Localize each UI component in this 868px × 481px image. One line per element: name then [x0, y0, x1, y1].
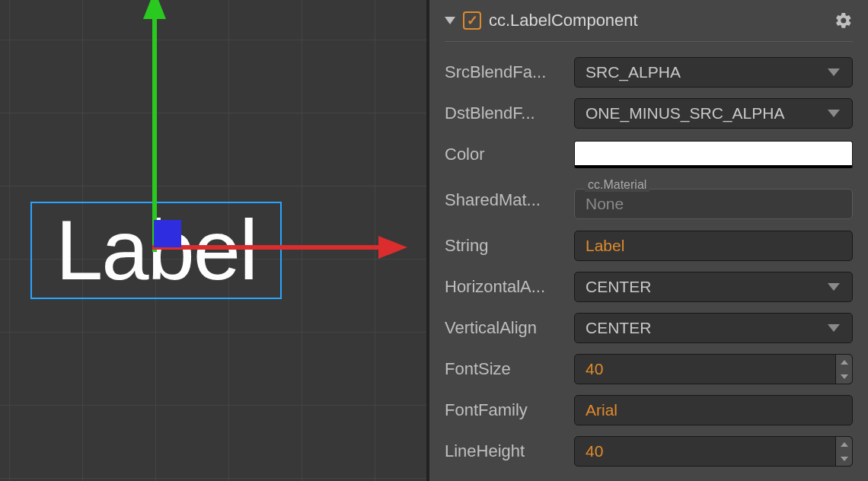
prop-label: FontSize — [445, 359, 574, 379]
input-value: 40 — [586, 442, 603, 460]
prop-string: String Label — [445, 229, 853, 263]
horizontal-align-select[interactable]: CENTER — [574, 272, 853, 302]
number-stepper[interactable] — [835, 437, 852, 466]
prop-label: HorizontalA... — [445, 277, 574, 297]
prop-label: FontFamily — [445, 400, 574, 420]
component-title: cc.LabelComponent — [489, 11, 827, 30]
prop-label: String — [445, 236, 574, 256]
line-height-input[interactable]: 40 — [574, 436, 853, 467]
vertical-align-select[interactable]: CENTER — [574, 313, 853, 343]
chevron-down-icon — [828, 283, 840, 291]
select-value: ONE_MINUS_SRC_ALPHA — [586, 104, 784, 123]
x-axis-handle[interactable] — [152, 245, 381, 250]
font-family-input[interactable]: Arial — [574, 395, 853, 425]
prop-label: VerticalAlign — [445, 318, 574, 338]
scene-viewport[interactable]: Label — [0, 0, 426, 481]
chevron-down-icon — [828, 110, 840, 117]
prop-shared-material: SharedMat... cc.Material None — [445, 179, 853, 221]
prop-font-family: FontFamily Arial — [445, 393, 853, 427]
color-picker[interactable] — [574, 141, 853, 168]
stepper-down-icon[interactable] — [836, 369, 852, 384]
prop-label: SrcBlendFa... — [445, 62, 574, 82]
inspector-panel: ✓ cc.LabelComponent SrcBlendFa... SRC_AL… — [426, 0, 868, 481]
font-size-input[interactable]: 40 — [574, 354, 853, 384]
chevron-down-icon — [828, 324, 840, 332]
stepper-up-icon[interactable] — [836, 355, 852, 369]
input-value: 40 — [586, 360, 603, 378]
y-axis-arrow-icon[interactable] — [143, 0, 166, 19]
prop-label: DstBlendF... — [445, 104, 574, 123]
number-stepper[interactable] — [835, 355, 852, 384]
gizmo-center-handle[interactable] — [154, 220, 181, 247]
string-input[interactable]: Label — [574, 231, 853, 261]
prop-src-blend-factor: SrcBlendFa... SRC_ALPHA — [445, 56, 853, 89]
input-value: Arial — [586, 401, 617, 419]
prop-horizontal-align: HorizontalA... CENTER — [445, 270, 853, 304]
prop-line-height: LineHeight 40 — [445, 435, 853, 468]
collapse-toggle-icon[interactable] — [445, 17, 455, 24]
check-icon: ✓ — [467, 14, 478, 27]
stepper-up-icon[interactable] — [836, 437, 852, 451]
gear-icon[interactable] — [834, 11, 853, 30]
shared-material-asset-field[interactable]: cc.Material None — [574, 181, 853, 219]
prop-label: LineHeight — [445, 441, 574, 461]
component-enabled-checkbox[interactable]: ✓ — [463, 11, 481, 30]
prop-font-size: FontSize 40 — [445, 352, 853, 386]
select-value: CENTER — [586, 319, 651, 337]
select-value: CENTER — [586, 278, 651, 296]
prop-label: Color — [445, 145, 574, 164]
asset-type-legend: cc.Material — [585, 178, 649, 192]
y-axis-handle[interactable] — [152, 16, 157, 252]
prop-color: Color — [445, 138, 853, 171]
prop-dst-blend-factor: DstBlendF... ONE_MINUS_SRC_ALPHA — [445, 97, 853, 130]
stepper-down-icon[interactable] — [836, 451, 852, 466]
x-axis-arrow-icon[interactable] — [378, 236, 407, 259]
dst-blend-factor-select[interactable]: ONE_MINUS_SRC_ALPHA — [574, 98, 853, 129]
input-value: Label — [586, 237, 624, 255]
chevron-down-icon — [828, 68, 840, 76]
src-blend-factor-select[interactable]: SRC_ALPHA — [574, 57, 853, 88]
prop-label: SharedMat... — [445, 190, 574, 210]
select-value: SRC_ALPHA — [586, 63, 681, 81]
component-header: ✓ cc.LabelComponent — [445, 11, 853, 42]
prop-vertical-align: VerticalAlign CENTER — [445, 311, 853, 345]
asset-value: None — [586, 195, 624, 213]
